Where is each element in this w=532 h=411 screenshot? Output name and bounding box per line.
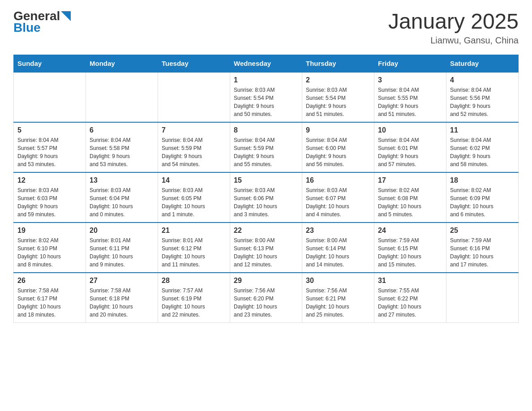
- day-info: Sunrise: 8:00 AM Sunset: 6:14 PM Dayligh…: [306, 236, 370, 269]
- calendar-cell: 9Sunrise: 8:04 AM Sunset: 6:00 PM Daylig…: [302, 122, 374, 172]
- day-number: 18: [450, 176, 515, 184]
- day-number: 5: [17, 126, 82, 134]
- calendar-cell: 24Sunrise: 7:59 AM Sunset: 6:15 PM Dayli…: [374, 223, 446, 273]
- calendar-cell: 21Sunrise: 8:01 AM Sunset: 6:12 PM Dayli…: [158, 223, 230, 273]
- day-info: Sunrise: 8:04 AM Sunset: 6:02 PM Dayligh…: [450, 136, 515, 168]
- day-number: 23: [306, 227, 370, 235]
- day-info: Sunrise: 8:01 AM Sunset: 6:11 PM Dayligh…: [90, 236, 154, 269]
- calendar-cell: 29Sunrise: 7:56 AM Sunset: 6:20 PM Dayli…: [230, 273, 302, 323]
- day-number: 28: [162, 277, 226, 285]
- day-number: 6: [90, 126, 154, 134]
- day-info: Sunrise: 7:56 AM Sunset: 6:21 PM Dayligh…: [306, 287, 370, 319]
- day-info: Sunrise: 7:57 AM Sunset: 6:19 PM Dayligh…: [162, 287, 226, 319]
- calendar-week-row: 12Sunrise: 8:03 AM Sunset: 6:03 PM Dayli…: [14, 172, 519, 223]
- day-info: Sunrise: 8:03 AM Sunset: 6:05 PM Dayligh…: [162, 186, 226, 218]
- day-info: Sunrise: 8:04 AM Sunset: 5:55 PM Dayligh…: [378, 86, 442, 118]
- column-header-wednesday: Wednesday: [230, 55, 302, 73]
- day-info: Sunrise: 8:04 AM Sunset: 5:58 PM Dayligh…: [90, 136, 154, 168]
- calendar-week-row: 1Sunrise: 8:03 AM Sunset: 5:54 PM Daylig…: [14, 72, 519, 122]
- calendar-header-row: SundayMondayTuesdayWednesdayThursdayFrid…: [14, 55, 519, 73]
- day-info: Sunrise: 8:03 AM Sunset: 6:04 PM Dayligh…: [90, 186, 154, 218]
- calendar-cell: 17Sunrise: 8:02 AM Sunset: 6:08 PM Dayli…: [374, 172, 446, 223]
- day-info: Sunrise: 8:03 AM Sunset: 6:07 PM Dayligh…: [306, 186, 370, 218]
- day-number: 21: [162, 227, 226, 235]
- day-info: Sunrise: 8:04 AM Sunset: 6:01 PM Dayligh…: [378, 136, 442, 168]
- day-number: 29: [234, 277, 298, 285]
- calendar-cell: 26Sunrise: 7:58 AM Sunset: 6:17 PM Dayli…: [14, 273, 86, 323]
- logo-triangle-icon: [61, 11, 71, 21]
- day-info: Sunrise: 8:02 AM Sunset: 6:10 PM Dayligh…: [17, 236, 82, 269]
- calendar-week-row: 26Sunrise: 7:58 AM Sunset: 6:17 PM Dayli…: [14, 273, 519, 323]
- day-info: Sunrise: 8:03 AM Sunset: 6:06 PM Dayligh…: [234, 186, 298, 218]
- day-number: 30: [306, 277, 370, 285]
- column-header-sunday: Sunday: [14, 55, 86, 73]
- title-block: January 2025 Lianwu, Gansu, China: [388, 9, 519, 46]
- calendar-title: January 2025: [388, 9, 519, 34]
- calendar-cell: 18Sunrise: 8:02 AM Sunset: 6:09 PM Dayli…: [446, 172, 519, 223]
- day-info: Sunrise: 7:59 AM Sunset: 6:15 PM Dayligh…: [378, 236, 442, 269]
- calendar-cell: 1Sunrise: 8:03 AM Sunset: 5:54 PM Daylig…: [230, 72, 302, 122]
- svg-marker-0: [61, 11, 71, 21]
- calendar-cell: 15Sunrise: 8:03 AM Sunset: 6:06 PM Dayli…: [230, 172, 302, 223]
- calendar-cell: 16Sunrise: 8:03 AM Sunset: 6:07 PM Dayli…: [302, 172, 374, 223]
- calendar-cell: 25Sunrise: 7:59 AM Sunset: 6:16 PM Dayli…: [446, 223, 519, 273]
- calendar-cell: 28Sunrise: 7:57 AM Sunset: 6:19 PM Dayli…: [158, 273, 230, 323]
- calendar-cell: 22Sunrise: 8:00 AM Sunset: 6:13 PM Dayli…: [230, 223, 302, 273]
- calendar-cell: 3Sunrise: 8:04 AM Sunset: 5:55 PM Daylig…: [374, 72, 446, 122]
- day-number: 31: [378, 277, 442, 285]
- day-info: Sunrise: 8:04 AM Sunset: 5:59 PM Dayligh…: [162, 136, 226, 168]
- calendar-cell: 30Sunrise: 7:56 AM Sunset: 6:21 PM Dayli…: [302, 273, 374, 323]
- day-info: Sunrise: 8:04 AM Sunset: 5:57 PM Dayligh…: [17, 136, 82, 168]
- day-info: Sunrise: 8:03 AM Sunset: 5:54 PM Dayligh…: [234, 86, 298, 118]
- column-header-thursday: Thursday: [302, 55, 374, 73]
- calendar-cell: [446, 273, 519, 323]
- calendar-cell: 7Sunrise: 8:04 AM Sunset: 5:59 PM Daylig…: [158, 122, 230, 172]
- column-header-monday: Monday: [86, 55, 158, 73]
- day-number: 11: [450, 126, 515, 134]
- day-info: Sunrise: 8:04 AM Sunset: 5:56 PM Dayligh…: [450, 86, 515, 118]
- calendar-cell: 11Sunrise: 8:04 AM Sunset: 6:02 PM Dayli…: [446, 122, 519, 172]
- calendar-cell: 14Sunrise: 8:03 AM Sunset: 6:05 PM Dayli…: [158, 172, 230, 223]
- day-info: Sunrise: 8:04 AM Sunset: 6:00 PM Dayligh…: [306, 136, 370, 168]
- calendar-cell: 31Sunrise: 7:55 AM Sunset: 6:22 PM Dayli…: [374, 273, 446, 323]
- day-number: 17: [378, 176, 442, 184]
- day-number: 25: [450, 227, 515, 235]
- day-info: Sunrise: 8:01 AM Sunset: 6:12 PM Dayligh…: [162, 236, 226, 269]
- day-number: 10: [378, 126, 442, 134]
- day-info: Sunrise: 7:55 AM Sunset: 6:22 PM Dayligh…: [378, 287, 442, 319]
- calendar-cell: 10Sunrise: 8:04 AM Sunset: 6:01 PM Dayli…: [374, 122, 446, 172]
- calendar-cell: 19Sunrise: 8:02 AM Sunset: 6:10 PM Dayli…: [14, 223, 86, 273]
- day-number: 3: [378, 76, 442, 84]
- calendar-table: SundayMondayTuesdayWednesdayThursdayFrid…: [13, 55, 519, 323]
- day-info: Sunrise: 7:59 AM Sunset: 6:16 PM Dayligh…: [450, 236, 515, 269]
- column-header-saturday: Saturday: [446, 55, 519, 73]
- day-number: 9: [306, 126, 370, 134]
- day-number: 19: [17, 227, 82, 235]
- day-number: 27: [90, 277, 154, 285]
- calendar-week-row: 19Sunrise: 8:02 AM Sunset: 6:10 PM Dayli…: [14, 223, 519, 273]
- day-number: 4: [450, 76, 515, 84]
- calendar-cell: 27Sunrise: 7:58 AM Sunset: 6:18 PM Dayli…: [86, 273, 158, 323]
- day-number: 24: [378, 227, 442, 235]
- calendar-cell: 20Sunrise: 8:01 AM Sunset: 6:11 PM Dayli…: [86, 223, 158, 273]
- calendar-cell: 2Sunrise: 8:03 AM Sunset: 5:54 PM Daylig…: [302, 72, 374, 122]
- calendar-cell: 8Sunrise: 8:04 AM Sunset: 5:59 PM Daylig…: [230, 122, 302, 172]
- day-number: 26: [17, 277, 82, 285]
- calendar-cell: 5Sunrise: 8:04 AM Sunset: 5:57 PM Daylig…: [14, 122, 86, 172]
- day-info: Sunrise: 8:03 AM Sunset: 6:03 PM Dayligh…: [17, 186, 82, 218]
- column-header-friday: Friday: [374, 55, 446, 73]
- calendar-cell: 23Sunrise: 8:00 AM Sunset: 6:14 PM Dayli…: [302, 223, 374, 273]
- calendar-subtitle: Lianwu, Gansu, China: [388, 35, 519, 46]
- day-number: 7: [162, 126, 226, 134]
- day-info: Sunrise: 8:00 AM Sunset: 6:13 PM Dayligh…: [234, 236, 298, 269]
- day-number: 15: [234, 176, 298, 184]
- calendar-cell: [158, 72, 230, 122]
- calendar-cell: 13Sunrise: 8:03 AM Sunset: 6:04 PM Dayli…: [86, 172, 158, 223]
- day-info: Sunrise: 8:02 AM Sunset: 6:09 PM Dayligh…: [450, 186, 515, 218]
- calendar-cell: 12Sunrise: 8:03 AM Sunset: 6:03 PM Dayli…: [14, 172, 86, 223]
- day-info: Sunrise: 8:02 AM Sunset: 6:08 PM Dayligh…: [378, 186, 442, 218]
- day-info: Sunrise: 7:58 AM Sunset: 6:18 PM Dayligh…: [90, 287, 154, 319]
- calendar-cell: [14, 72, 86, 122]
- day-number: 8: [234, 126, 298, 134]
- column-header-tuesday: Tuesday: [158, 55, 230, 73]
